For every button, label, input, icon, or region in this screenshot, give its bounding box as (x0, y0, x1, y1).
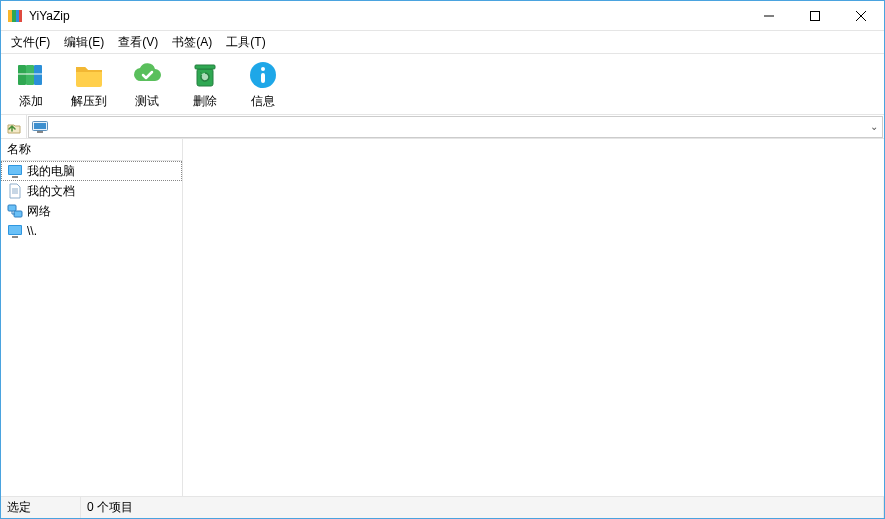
list-item[interactable]: 我的电脑 (1, 161, 182, 181)
test-label: 测试 (135, 93, 159, 110)
toolbar: 添加 解压到 测试 删除 信息 (1, 53, 884, 115)
cloud-check-icon (131, 59, 163, 91)
info-icon (247, 59, 279, 91)
list-item-label: \\. (27, 224, 37, 238)
menu-view[interactable]: 查看(V) (112, 32, 164, 53)
pathbar: ⌄ (1, 115, 884, 139)
list-item-label: 网络 (27, 203, 51, 220)
info-button[interactable]: 信息 (239, 56, 287, 112)
extract-label: 解压到 (71, 93, 107, 110)
svg-rect-0 (8, 10, 12, 22)
books-icon (15, 59, 47, 91)
svg-rect-30 (9, 226, 21, 234)
test-button[interactable]: 测试 (123, 56, 171, 112)
monitor-icon (7, 223, 23, 239)
chevron-down-icon[interactable]: ⌄ (870, 121, 878, 132)
svg-rect-27 (8, 205, 16, 211)
add-label: 添加 (19, 93, 43, 110)
delete-button[interactable]: 删除 (181, 56, 229, 112)
computer-small-icon (32, 121, 48, 133)
svg-rect-13 (195, 65, 215, 69)
main-area[interactable] (183, 139, 884, 496)
extract-button[interactable]: 解压到 (65, 56, 113, 112)
titlebar: YiYaZip (1, 1, 884, 31)
list-item[interactable]: 网络 (1, 201, 182, 221)
svg-rect-3 (19, 10, 22, 22)
svg-rect-28 (14, 211, 22, 217)
list-item-label: 我的电脑 (27, 163, 75, 180)
maximize-button[interactable] (792, 1, 838, 31)
folder-icon (73, 59, 105, 91)
list-item[interactable]: 我的文档 (1, 181, 182, 201)
add-button[interactable]: 添加 (7, 56, 55, 112)
app-title: YiYaZip (29, 9, 70, 23)
menu-edit[interactable]: 编辑(E) (58, 32, 110, 53)
app-icon (7, 8, 23, 24)
menu-tools[interactable]: 工具(T) (220, 32, 271, 53)
column-header-name[interactable]: 名称 (1, 139, 182, 161)
document-icon (7, 183, 23, 199)
status-selected-label: 选定 (1, 497, 81, 518)
menubar: 文件(F) 编辑(E) 查看(V) 书签(A) 工具(T) (1, 31, 884, 53)
status-count: 0 个项目 (81, 497, 884, 518)
menu-bookmark[interactable]: 书签(A) (166, 32, 218, 53)
svg-point-16 (261, 67, 265, 71)
list-body: 我的电脑 我的文档 网络 (1, 161, 182, 496)
svg-rect-22 (9, 166, 21, 174)
content-area: 名称 我的电脑 我的文档 (1, 139, 884, 496)
svg-rect-23 (12, 176, 18, 178)
svg-rect-17 (261, 73, 265, 83)
svg-rect-5 (811, 11, 820, 20)
monitor-icon (7, 163, 23, 179)
close-button[interactable] (838, 1, 884, 31)
app-window: YiYaZip 文件(F) 编辑(E) 查看(V) 书签(A) 工具(T) 添加… (0, 0, 885, 519)
delete-label: 删除 (193, 93, 217, 110)
list-item[interactable]: \\. (1, 221, 182, 241)
up-button[interactable] (1, 115, 27, 139)
svg-rect-20 (37, 131, 43, 133)
minimize-button[interactable] (746, 1, 792, 31)
menu-file[interactable]: 文件(F) (5, 32, 56, 53)
path-input[interactable]: ⌄ (28, 116, 883, 138)
network-icon (7, 203, 23, 219)
trash-icon (189, 59, 221, 91)
list-item-label: 我的文档 (27, 183, 75, 200)
svg-rect-11 (18, 73, 42, 75)
info-label: 信息 (251, 93, 275, 110)
statusbar: 选定 0 个项目 (1, 496, 884, 518)
list-panel: 名称 我的电脑 我的文档 (1, 139, 183, 496)
svg-rect-19 (34, 123, 46, 129)
svg-rect-1 (12, 10, 16, 22)
svg-rect-31 (12, 236, 18, 238)
